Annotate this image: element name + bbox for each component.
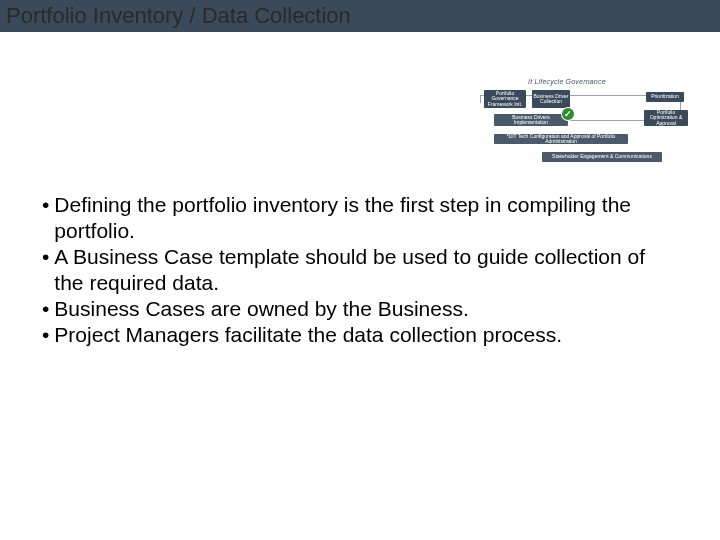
bullet-marker: •	[42, 296, 49, 322]
bullet-text: Defining the portfolio inventory is the …	[54, 192, 672, 244]
diagram-line	[568, 120, 644, 121]
slide-title: Portfolio Inventory / Data Collection	[6, 3, 351, 29]
diagram-heading: It Lifecycle Governance	[528, 78, 606, 85]
bullet-item: • Project Managers facilitate the data c…	[42, 322, 672, 348]
diagram-box: Business Driver Collection	[532, 90, 570, 108]
diagram-box: *DIT Tech Configuration and Approval of …	[494, 134, 628, 144]
bullet-text: Business Cases are owned by the Business…	[54, 296, 672, 322]
bullet-marker: •	[42, 322, 49, 348]
diagram-box: Stakeholder Engagement & Communications	[542, 152, 662, 162]
bullet-marker: •	[42, 244, 49, 270]
diagram-box: Business Drivers Implementation	[494, 114, 568, 126]
diagram-box: Portfolio Optimization & Approval	[644, 110, 688, 126]
bullet-item: • Defining the portfolio inventory is th…	[42, 192, 672, 244]
bullet-marker: •	[42, 192, 49, 218]
diagram-box: Portfolio Governance Framework Init.	[484, 90, 526, 108]
slide: Portfolio Inventory / Data Collection It…	[0, 0, 720, 540]
bullet-item: • A Business Case template should be use…	[42, 244, 672, 296]
checkmark-icon: ✓	[562, 108, 574, 120]
bullet-list: • Defining the portfolio inventory is th…	[42, 192, 672, 348]
bullet-text: Project Managers facilitate the data col…	[54, 322, 672, 348]
bullet-item: • Business Cases are owned by the Busine…	[42, 296, 672, 322]
diagram-box: Prioritization	[646, 92, 684, 102]
governance-diagram: It Lifecycle Governance Portfolio Govern…	[472, 78, 692, 174]
diagram-line	[480, 95, 481, 103]
bullet-text: A Business Case template should be used …	[54, 244, 672, 296]
